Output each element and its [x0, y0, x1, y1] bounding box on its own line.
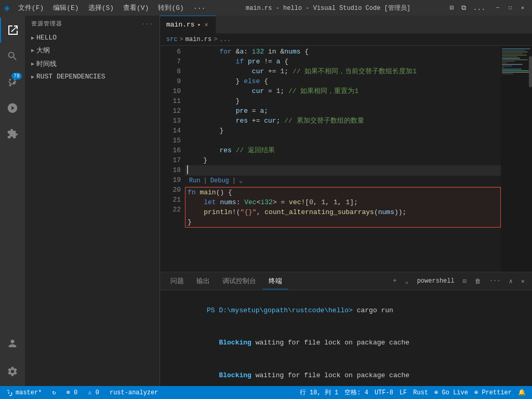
close-button[interactable]: ✕ [517, 4, 528, 11]
term-line-3: Blocking waiting for file lock on packag… [166, 360, 526, 386]
warning-count: ⚠ 0 [88, 389, 99, 396]
code-line-19: fn main() { [185, 188, 500, 197]
maximize-button[interactable]: □ [505, 4, 515, 11]
code-line-15 [185, 136, 501, 145]
run-more-icon[interactable]: ⌄ [239, 176, 243, 186]
code-line-20: let nums: Vec<i32> = vec![0, 1, 1, 1]; [185, 197, 500, 207]
activity-source-control[interactable]: 78 [0, 70, 25, 95]
activity-run[interactable] [0, 96, 25, 121]
run-link[interactable]: Run [189, 176, 201, 186]
status-golive[interactable]: ⊕ Go Live [432, 388, 470, 397]
code-line-8: cur += 1; // 如果不相同，当前交替子数组长度加1 [185, 66, 501, 76]
sidebar-item-timeline[interactable]: ▶ 时间线 [25, 58, 159, 70]
code-lines[interactable]: for &a: i32 in &nums { if pre != a { cur… [185, 46, 501, 272]
timeline-label: 时间线 [36, 59, 57, 69]
activity-settings[interactable] [0, 359, 25, 384]
sync-icon: ↻ [52, 389, 56, 396]
menu-goto[interactable]: 转到(G) [154, 2, 188, 14]
rust-deps-arrow: ▶ [31, 74, 34, 80]
sidebar-item-hello[interactable]: ▶ HELLO [25, 33, 159, 43]
panel-tab-terminal[interactable]: 终端 [262, 273, 288, 289]
code-line-7: if pre != a { [185, 57, 501, 66]
breadcrumb-more[interactable]: ... [219, 36, 231, 43]
prettier-text: ⊕ Prettier [474, 389, 512, 396]
tab-main-rs[interactable]: main.rs ● ✕ [160, 16, 216, 34]
app-icon: ◈ [4, 2, 10, 14]
menu-view[interactable]: 查看(V) [119, 2, 153, 14]
menu-bar: 文件(F) 编辑(E) 选择(S) 查看(V) 转到(G) ... [14, 2, 209, 14]
window-controls: ─ □ ✕ [493, 4, 528, 11]
status-eol[interactable]: LF [397, 388, 409, 397]
code-line-17: } [185, 155, 501, 165]
breadcrumb-sep2: > [214, 36, 217, 43]
more-icon[interactable]: ... [470, 4, 488, 12]
terminal-content[interactable]: PS D:\mysetup\gopath\rustcode\hello> car… [160, 290, 532, 386]
activity-explorer[interactable] [0, 18, 25, 43]
terminal-panel: 问题 输出 调试控制台 终端 + ⌄ powershell ⊡ 🗑 ··· ∧ … [160, 272, 532, 386]
status-extension[interactable]: rust-analyzer [108, 389, 161, 396]
timeline-arrow: ▶ [31, 61, 34, 67]
status-bell[interactable]: 🔔 [516, 388, 528, 397]
code-editor[interactable]: 6 7 8 9 10 11 12 13 14 15 16 17 18 19 20… [160, 46, 532, 272]
activity-account[interactable] [0, 331, 25, 356]
outline-arrow: ▶ [31, 47, 34, 54]
status-sync[interactable]: ↻ [50, 389, 58, 396]
extension-name: rust-analyzer [110, 389, 158, 396]
panel-tab-output[interactable]: 输出 [190, 273, 216, 289]
panel-dropdown[interactable]: ⌄ [402, 276, 411, 286]
status-warnings[interactable]: ⚠ 0 [86, 389, 101, 396]
sidebar-item-outline[interactable]: ▶ 大纲 [25, 45, 159, 56]
menu-select[interactable]: 选择(S) [84, 2, 118, 14]
eol-text: LF [400, 389, 407, 396]
hello-label: HELLO [36, 34, 57, 42]
code-line-12: pre = a; [185, 106, 501, 116]
debug-link[interactable]: Debug [210, 176, 229, 186]
panel-more[interactable]: ··· [486, 276, 504, 286]
menu-file[interactable]: 文件(F) [14, 2, 48, 14]
status-branch[interactable]: master* [4, 389, 44, 396]
activity-search[interactable] [0, 44, 25, 69]
activity-bar: 78 [0, 16, 25, 386]
panel-tabs: 问题 输出 调试控制台 终端 + ⌄ powershell ⊡ 🗑 ··· ∧ … [160, 272, 532, 290]
status-language[interactable]: Rust [411, 388, 430, 397]
minimize-button[interactable]: ─ [493, 4, 503, 11]
main-function-block: fn main() { let nums: Vec<i32> = vec![0,… [185, 187, 501, 228]
encoding-text: UTF-8 [375, 389, 393, 396]
split-icon[interactable]: ⧉ [458, 4, 469, 12]
panel-new-terminal[interactable]: + [390, 276, 400, 286]
error-count: ⊗ 0 [66, 389, 78, 396]
language-text: Rust [413, 389, 428, 396]
panel-split[interactable]: ⊡ [460, 276, 470, 286]
panel-trash[interactable]: 🗑 [472, 276, 484, 286]
activity-extensions[interactable] [0, 122, 25, 147]
main-area: 78 资源管理器 ··· ▶ HELLO ▶ [0, 16, 532, 386]
rust-deps-label: RUST DEPENDENCIES [36, 73, 105, 81]
menu-more[interactable]: ... [189, 2, 209, 14]
window-title: main.rs - hello - Visual Studio Code [管理… [214, 4, 442, 12]
breadcrumb-src[interactable]: src [166, 36, 178, 43]
bell-icon: 🔔 [518, 389, 526, 396]
status-errors[interactable]: ⊗ 0 [64, 389, 80, 396]
toolbar-icons: ⊡ ⧉ ... [447, 4, 488, 12]
sidebar-header: 资源管理器 ··· [25, 16, 159, 32]
branch-icon [6, 389, 14, 396]
status-encoding[interactable]: UTF-8 [373, 388, 395, 397]
panel-tab-debug[interactable]: 调试控制台 [216, 273, 262, 289]
panel-close[interactable]: ✕ [518, 276, 528, 286]
status-prettier[interactable]: ⊕ Prettier [472, 388, 514, 397]
status-spaces[interactable]: 空格: 4 [342, 388, 370, 397]
layout-icon[interactable]: ⊡ [447, 4, 457, 12]
breadcrumb-file[interactable]: main.rs [185, 36, 211, 43]
sidebar-more-icon[interactable]: ··· [141, 21, 153, 27]
status-line-col[interactable]: 行 18, 列 1 [298, 388, 340, 397]
menu-edit[interactable]: 编辑(E) [49, 2, 83, 14]
sidebar-section-hello: ▶ HELLO [25, 32, 159, 44]
tab-label: main.rs [166, 21, 195, 29]
term-line-2: Blocking waiting for file lock on packag… [166, 327, 526, 359]
tab-close-button[interactable]: ✕ [203, 20, 209, 29]
panel-tab-problems[interactable]: 问题 [164, 273, 190, 289]
line-col-text: 行 18, 列 1 [300, 388, 338, 397]
code-line-10: cur = 1; // 如果相同，重置为1 [185, 86, 501, 96]
panel-collapse[interactable]: ∧ [506, 276, 516, 286]
sidebar-item-rust-deps[interactable]: ▶ RUST DEPENDENCIES [25, 72, 159, 82]
